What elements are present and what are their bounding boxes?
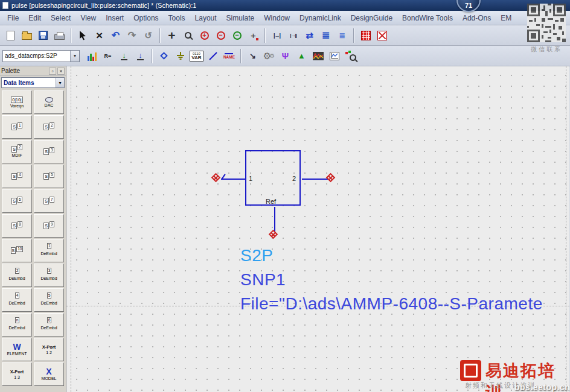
- palette-item-s4p[interactable]: S4: [2, 165, 32, 188]
- menu-bondwire-tools[interactable]: BondWire Tools: [397, 12, 458, 24]
- component-name-text[interactable]: S2P: [240, 244, 543, 268]
- palette-item-s8p[interactable]: S8: [2, 214, 32, 238]
- menu-select[interactable]: Select: [46, 12, 75, 24]
- zoom-in-button[interactable]: [196, 27, 213, 43]
- swap-wire-button[interactable]: [301, 27, 318, 43]
- palette-item-s10p[interactable]: S10: [2, 239, 32, 262]
- port-diamond-ref[interactable]: [269, 230, 278, 239]
- palette-item-deembed5[interactable]: 5DeEmbd: [34, 288, 64, 312]
- palette-item-vareqn[interactable]: 0|10|Vareqn: [2, 90, 32, 114]
- push-into-hierarchy-button[interactable]: [318, 27, 334, 43]
- schematic-canvas[interactable]: 1 2 Ref S2P SNP1 File="D:\ads\AMMP-6408-…: [66, 66, 569, 392]
- palette-group-select[interactable]: Data Items: [1, 77, 65, 88]
- palette-item-s3p[interactable]: S3: [34, 140, 64, 163]
- palette-item-s2p-mdif[interactable]: S2MDIF: [2, 140, 32, 163]
- menu-view[interactable]: View: [75, 12, 101, 24]
- zoom-out-button[interactable]: [213, 27, 229, 43]
- palette-item-s1p[interactable]: S1: [2, 115, 32, 139]
- save-button[interactable]: [35, 27, 51, 43]
- insert-var-button[interactable]: 0110 VAR: [188, 48, 205, 64]
- palette-item-s9p[interactable]: S9: [34, 214, 64, 238]
- palette-close-button[interactable]: [57, 68, 65, 75]
- palette-item-s7p[interactable]: S7: [34, 189, 64, 213]
- palette-item-deembedn[interactable]: nDeEmbd: [2, 313, 32, 337]
- palette-item-deembed2[interactable]: 2DeEmbd: [2, 264, 32, 287]
- menu-tools[interactable]: Tools: [164, 12, 190, 24]
- palette-item-deembed1[interactable]: 1DeEmbd: [34, 239, 64, 262]
- simulate-button[interactable]: [293, 48, 310, 64]
- pop-out-hierarchy-button[interactable]: [334, 27, 350, 43]
- redo-button[interactable]: [124, 27, 140, 43]
- menu-file[interactable]: File: [2, 12, 24, 24]
- menu-em[interactable]: EM: [496, 12, 516, 24]
- rotate-button[interactable]: [140, 27, 156, 43]
- palette-item-x-model[interactable]: XMODEL: [34, 362, 64, 386]
- component-library-button[interactable]: [342, 48, 359, 64]
- menu-window[interactable]: Window: [259, 12, 295, 24]
- palette-item-deembed4[interactable]: 4DeEmbd: [2, 288, 32, 312]
- menu-dynamiclink[interactable]: DynamicLink: [295, 12, 346, 24]
- menu-simulate[interactable]: Simulate: [222, 12, 260, 24]
- insert-pin-button[interactable]: [269, 27, 285, 43]
- open-button[interactable]: [19, 27, 35, 43]
- menu-insert[interactable]: Insert: [101, 12, 129, 24]
- zoom-fit-button[interactable]: [229, 27, 245, 43]
- deactivate-component-button[interactable]: [357, 27, 374, 43]
- port-diamond-pin2[interactable]: [326, 173, 336, 183]
- wire-pin1[interactable]: [221, 179, 245, 180]
- titlebar[interactable]: pulse [pulseshapingcircuit_lib:pulse:sch…: [0, 0, 570, 11]
- insert-ground-arrow-button[interactable]: [116, 48, 132, 64]
- chevron-down-icon[interactable]: [56, 78, 64, 87]
- menu-options[interactable]: Options: [129, 12, 163, 24]
- data-waveform-button[interactable]: [310, 48, 326, 64]
- palette-item-s5p[interactable]: S5: [34, 165, 64, 188]
- palette-header[interactable]: Palette: [0, 66, 66, 76]
- wire-name-button[interactable]: NAME: [221, 48, 237, 64]
- port-diamond-pin1[interactable]: [211, 173, 221, 183]
- magnifier-icon: [185, 32, 191, 39]
- insert-port-button[interactable]: [156, 48, 172, 64]
- menu-edit[interactable]: Edit: [24, 12, 46, 24]
- palette-item-x-port-3[interactable]: X-Port1 3: [2, 362, 32, 386]
- menu-designguide[interactable]: DesignGuide: [346, 12, 397, 24]
- component-instance-text[interactable]: SNP1: [240, 268, 543, 292]
- deactivate-short-button[interactable]: [374, 27, 390, 43]
- wire-entry-button[interactable]: [245, 48, 261, 64]
- component-palette-combo[interactable]: ads_datacmps:S2P: [2, 50, 80, 62]
- print-button[interactable]: [51, 27, 68, 43]
- vareqn-icon: 0|10|: [11, 96, 22, 103]
- insert-wire-button[interactable]: [205, 48, 221, 64]
- delete-button[interactable]: [91, 27, 107, 43]
- component-histogram-button[interactable]: [83, 48, 100, 64]
- undo-button[interactable]: [107, 27, 124, 43]
- palette-item-deembed6[interactable]: 6DeEmbd: [34, 313, 64, 337]
- palette-float-button[interactable]: [49, 68, 56, 75]
- select-cursor-button[interactable]: [75, 27, 91, 43]
- insert-ground-button[interactable]: [172, 48, 188, 64]
- palette-item-s6p[interactable]: S6: [2, 189, 32, 213]
- palette-item-w-element[interactable]: WELEMENT: [2, 338, 32, 361]
- chevron-down-icon[interactable]: [70, 51, 79, 62]
- new-file-button[interactable]: [2, 27, 19, 43]
- menu-layout[interactable]: Layout: [190, 12, 222, 24]
- save-icon: [39, 31, 48, 40]
- plot-window-button[interactable]: [326, 48, 342, 64]
- resistor-parameter-button[interactable]: R=: [100, 48, 116, 64]
- wire-pin2[interactable]: [302, 179, 328, 180]
- menu-add-ons[interactable]: Add-Ons: [458, 12, 496, 24]
- palette-item-deembed3[interactable]: 3DeEmbd: [34, 264, 64, 287]
- palette-item-x-port-2[interactable]: X-Port1 2: [34, 338, 64, 361]
- insert-ground-alt-button[interactable]: [132, 48, 149, 64]
- move-component-button[interactable]: [164, 27, 180, 43]
- insert-pin-pair-button[interactable]: [285, 27, 301, 43]
- zoom-area-button[interactable]: [180, 27, 196, 43]
- wire-ref[interactable]: [274, 207, 275, 232]
- palette-item-dac[interactable]: DAC: [34, 90, 64, 114]
- s-param-icon: S: [43, 124, 49, 130]
- component-file-param[interactable]: File="D:\ads\AMMP-6408--S-Paramete: [240, 292, 543, 316]
- zoom-to-point-button[interactable]: [245, 27, 261, 43]
- simulation-settings-button[interactable]: [261, 48, 277, 64]
- component-annotation[interactable]: S2P SNP1 File="D:\ads\AMMP-6408--S-Param…: [240, 244, 543, 316]
- palette-item-s2p[interactable]: S2: [34, 115, 64, 139]
- probe-button[interactable]: [277, 48, 293, 64]
